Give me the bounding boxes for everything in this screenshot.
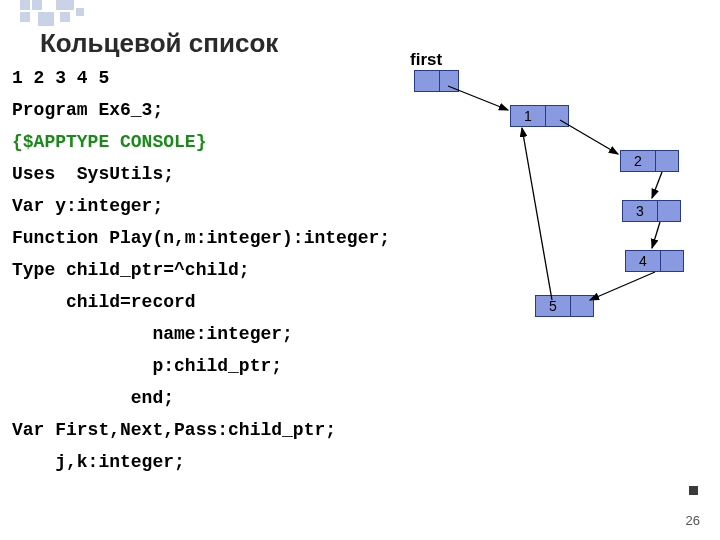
svg-line-5	[522, 128, 552, 300]
node-1: 1	[510, 105, 569, 127]
node-value: 2	[621, 151, 656, 171]
node-value: 1	[511, 106, 546, 126]
node-value: 3	[623, 201, 658, 221]
page-number: 26	[686, 513, 700, 528]
first-label: first	[410, 50, 442, 70]
svg-line-4	[590, 272, 655, 300]
page-title: Кольцевой список	[40, 28, 278, 59]
svg-line-2	[652, 172, 662, 198]
bullet-marker	[689, 486, 698, 495]
node-value: 5	[536, 296, 571, 316]
linked-list-diagram: first 1 2 3 4 5	[400, 50, 710, 350]
node-4: 4	[625, 250, 684, 272]
first-pointer-box	[414, 70, 459, 92]
code-block: 1 2 3 4 5Program Ex6_3;{$APPTYPE CONSOLE…	[12, 62, 390, 478]
svg-line-3	[652, 222, 660, 248]
node-value: 4	[626, 251, 661, 271]
node-2: 2	[620, 150, 679, 172]
node-3: 3	[622, 200, 681, 222]
node-5: 5	[535, 295, 594, 317]
